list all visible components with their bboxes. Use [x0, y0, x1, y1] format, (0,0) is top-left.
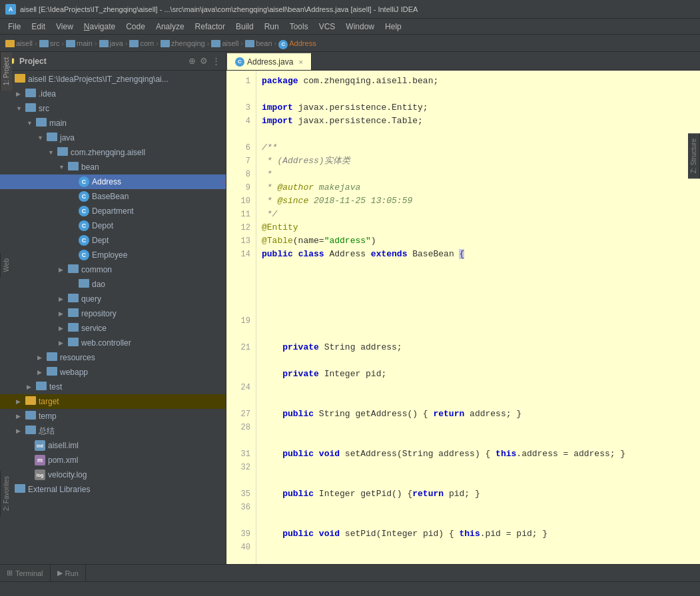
label-department: Department [92, 206, 134, 216]
tree-item-department[interactable]: C Department [0, 204, 226, 218]
favorites-vertical-tab[interactable]: 2: Favorites [0, 471, 12, 516]
project-panel: 📁 Project ⊕ ⚙ ⋮ ▼ aisell E:\IdeaProjects… [0, 52, 226, 596]
bc-com[interactable]: com [140, 39, 154, 47]
menu-refactor[interactable]: Refactor [190, 21, 230, 33]
add-icon[interactable]: ⊕ [188, 56, 196, 66]
run-icon: ▶ [57, 569, 63, 577]
settings-icon[interactable]: ⚙ [200, 56, 208, 66]
bc-aisell[interactable]: aisell [16, 39, 33, 47]
bc-aisell2[interactable]: aisell [222, 39, 238, 47]
tree-item-target[interactable]: ▶ target [0, 394, 226, 409]
label-resources: resources [60, 353, 95, 362]
main-layout: 📁 Project ⊕ ⚙ ⋮ ▼ aisell E:\IdeaProjects… [0, 52, 700, 596]
tree-item-extlibs[interactable]: ▶ External Libraries [0, 482, 226, 497]
label-velocity: velocity.log [48, 470, 87, 479]
menu-navigate[interactable]: Navigate [79, 21, 121, 33]
label-repository: repository [81, 309, 117, 318]
tree-item-basebean[interactable]: C BaseBean [0, 189, 226, 204]
run-label: Run [65, 569, 79, 577]
red-arrow-indicator: → [220, 176, 226, 188]
label-dept: Dept [92, 236, 109, 245]
arrow-test: ▶ [27, 384, 36, 390]
label-package: com.zhengqing.aisell [71, 148, 145, 157]
tree-item-src[interactable]: ▼ src [0, 101, 226, 116]
menu-view[interactable]: View [51, 21, 79, 33]
arrow-main: ▼ [27, 120, 36, 127]
bc-class-icon: C [278, 40, 288, 49]
tree-item-dao[interactable]: dao [0, 277, 226, 292]
bottom-tab-run[interactable]: ▶ Run [51, 565, 86, 581]
tree-item-root[interactable]: ▼ aisell E:\IdeaProjects\IT_zhengqing\ai… [0, 72, 226, 87]
menu-help[interactable]: Help [380, 21, 407, 33]
tree-item-temp[interactable]: ▶ temp [0, 409, 226, 424]
structure-vertical-tab[interactable]: Z: Structure [688, 133, 700, 178]
arrow-common: ▶ [59, 266, 68, 273]
label-iml: aisell.iml [48, 441, 79, 450]
tree-item-webcontroller[interactable]: ▶ web.controller [0, 336, 226, 350]
tree-item-query[interactable]: ▶ query [0, 292, 226, 306]
menu-edit[interactable]: Edit [26, 21, 51, 33]
tree-item-webapp[interactable]: ▶ webapp [0, 365, 226, 380]
menu-run[interactable]: Run [259, 21, 284, 33]
tree-item-velocity[interactable]: log velocity.log [0, 467, 226, 482]
bc-main-icon [66, 40, 75, 47]
tree-item-depot[interactable]: C Depot [0, 218, 226, 233]
label-webcontroller: web.controller [81, 338, 131, 348]
menu-code[interactable]: Code [121, 21, 151, 33]
bc-bean[interactable]: bean [256, 39, 272, 47]
bc-src[interactable]: src [50, 39, 60, 47]
statusbar-text [5, 585, 7, 593]
tab-close-button[interactable]: × [298, 58, 302, 66]
label-temp: temp [39, 412, 57, 421]
menu-window[interactable]: Window [340, 21, 380, 33]
bc-java[interactable]: java [110, 39, 123, 47]
tree-item-employee[interactable]: C Employee [0, 248, 226, 262]
project-tree: ▼ aisell E:\IdeaProjects\IT_zhengqing\ai… [0, 71, 226, 596]
bc-main[interactable]: main [77, 39, 93, 47]
tab-label: Address.java [247, 57, 293, 67]
tree-item-address[interactable]: C Address → [0, 174, 226, 189]
tree-item-repository[interactable]: ▶ repository [0, 306, 226, 321]
project-header: 📁 Project ⊕ ⚙ ⋮ [0, 52, 226, 71]
arrow-service: ▶ [59, 325, 68, 332]
tree-item-bean[interactable]: ▼ bean [0, 160, 226, 174]
arrow-repository: ▶ [59, 310, 68, 317]
tree-item-test[interactable]: ▶ test [0, 380, 226, 394]
bc-aisell2-icon [211, 40, 220, 47]
tab-class-icon: C [235, 57, 244, 67]
tree-item-common[interactable]: ▶ common [0, 262, 226, 277]
breadcrumb: aisell › src › main › java › com › zheng… [0, 35, 700, 52]
tree-item-pom[interactable]: m pom.xml [0, 453, 226, 467]
tree-item-resources[interactable]: ▶ resources [0, 350, 226, 365]
tree-item-java[interactable]: ▼ java [0, 131, 226, 145]
gear-icon[interactable]: ⋮ [212, 56, 220, 66]
label-dao: dao [92, 280, 105, 289]
label-root: aisell E:\IdeaProjects\IT_zhengqing\ai..… [28, 75, 169, 84]
tree-item-service[interactable]: ▶ service [0, 321, 226, 336]
tree-item-main[interactable]: ▼ main [0, 116, 226, 131]
bottom-tab-terminal[interactable]: ⊞ Terminal [0, 565, 51, 581]
arrow-package: ▼ [48, 149, 57, 156]
menu-vcs[interactable]: VCS [314, 21, 341, 33]
app-icon: A [5, 4, 16, 15]
web-vertical-tab[interactable]: Web [0, 253, 12, 277]
breadcrumb-root-icon [5, 40, 15, 47]
label-query: query [81, 294, 101, 304]
arrow-summary: ▶ [16, 428, 25, 434]
menu-tools[interactable]: Tools [284, 21, 314, 33]
tree-item-iml[interactable]: iml aisell.iml [0, 438, 226, 453]
bc-zhengqing[interactable]: zhengqing [171, 39, 205, 47]
tree-item-idea[interactable]: ▶ .idea [0, 87, 226, 101]
menu-build[interactable]: Build [230, 21, 259, 33]
editor-tab-address[interactable]: C Address.java × [226, 53, 312, 70]
code-content[interactable]: package com.zhengqing.aisell.bean; impor… [256, 71, 700, 596]
bc-address[interactable]: Address [289, 39, 316, 47]
tree-item-package[interactable]: ▼ com.zhengqing.aisell [0, 145, 226, 160]
menu-file[interactable]: File [3, 21, 26, 33]
menu-analyze[interactable]: Analyze [151, 21, 190, 33]
code-editor[interactable]: 1 3 4 6 7 8 9 10 11 12 13 14 19 [226, 71, 700, 596]
project-vertical-tab[interactable]: 1: Project [0, 52, 12, 91]
label-basebean: BaseBean [92, 192, 129, 201]
tree-item-dept[interactable]: C Dept [0, 233, 226, 248]
tree-item-summary[interactable]: ▶ 总结 [0, 424, 226, 438]
